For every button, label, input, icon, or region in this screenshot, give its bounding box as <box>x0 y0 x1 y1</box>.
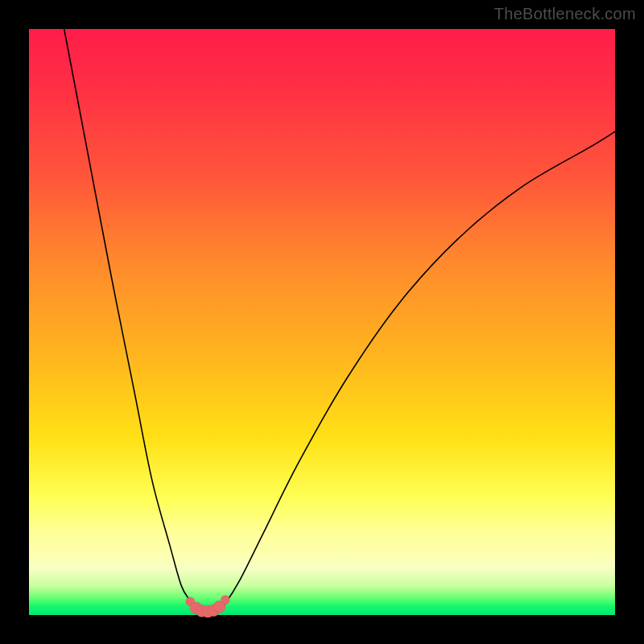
curve-left-branch <box>64 29 205 612</box>
plot-area <box>29 29 615 615</box>
chart-stage: TheBottleneck.com <box>0 0 644 644</box>
curve-right-branch <box>217 131 615 612</box>
bottom-marker-group <box>186 596 230 618</box>
curve-layer <box>29 29 615 615</box>
watermark-text: TheBottleneck.com <box>494 5 636 23</box>
bottom-marker <box>221 596 229 605</box>
